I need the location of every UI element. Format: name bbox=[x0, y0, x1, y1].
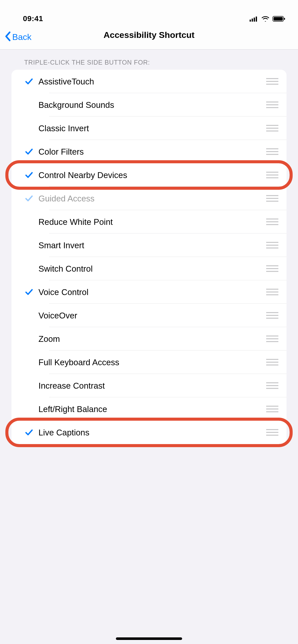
reorder-handle-icon[interactable] bbox=[265, 147, 280, 156]
reorder-handle-icon[interactable] bbox=[265, 217, 280, 227]
wifi-icon bbox=[261, 16, 269, 23]
list-item[interactable]: Zoom bbox=[11, 327, 287, 350]
list-item[interactable]: Classic Invert bbox=[11, 116, 287, 140]
checkmark-icon bbox=[25, 428, 33, 437]
status-time: 09:41 bbox=[23, 14, 43, 23]
reorder-handle-icon[interactable] bbox=[265, 264, 280, 273]
list-item-label: Live Captions bbox=[36, 427, 265, 437]
svg-rect-6 bbox=[284, 18, 285, 20]
battery-icon bbox=[273, 16, 285, 23]
list-item-label: Increase Contrast bbox=[36, 380, 265, 391]
list-item-label: Control Nearby Devices bbox=[36, 170, 265, 180]
reorder-handle-icon[interactable] bbox=[265, 77, 280, 86]
list-item[interactable]: Voice Control bbox=[11, 280, 287, 304]
reorder-handle-icon[interactable] bbox=[265, 334, 280, 344]
status-indicators bbox=[250, 16, 285, 23]
list-item-label: VoiceOver bbox=[36, 310, 265, 320]
check-slot bbox=[22, 147, 36, 156]
check-slot bbox=[22, 77, 36, 86]
reorder-handle-icon[interactable] bbox=[265, 311, 280, 320]
check-slot bbox=[22, 428, 36, 437]
reorder-handle-icon[interactable] bbox=[265, 404, 280, 414]
list-item[interactable]: Left/Right Balance bbox=[11, 397, 287, 421]
list-item[interactable]: Guided Access bbox=[11, 187, 287, 210]
list-item-label: Smart Invert bbox=[36, 240, 265, 250]
reorder-handle-icon[interactable] bbox=[265, 100, 280, 110]
svg-rect-1 bbox=[252, 19, 253, 22]
chevron-left-icon bbox=[5, 31, 11, 43]
section-header: Triple-click the side button for: bbox=[0, 50, 298, 70]
svg-rect-5 bbox=[274, 17, 283, 21]
accessibility-options-list: AssistiveTouchBackground SoundsClassic I… bbox=[11, 70, 287, 444]
list-item-label: Zoom bbox=[36, 334, 265, 344]
list-item-label: Left/Right Balance bbox=[36, 404, 265, 414]
list-item[interactable]: Background Sounds bbox=[11, 93, 287, 116]
list-item[interactable]: VoiceOver bbox=[11, 304, 287, 327]
list-item[interactable]: Switch Control bbox=[11, 257, 287, 280]
back-label: Back bbox=[12, 32, 32, 42]
cellular-icon bbox=[250, 16, 258, 23]
nav-header: Back Accessibility Shortcut bbox=[0, 25, 298, 50]
svg-rect-2 bbox=[254, 18, 255, 22]
status-bar: 09:41 bbox=[0, 0, 298, 25]
list-item[interactable]: Control Nearby Devices bbox=[11, 163, 287, 187]
reorder-handle-icon[interactable] bbox=[265, 428, 280, 437]
list-item-label: Voice Control bbox=[36, 287, 265, 297]
reorder-handle-icon[interactable] bbox=[265, 240, 280, 250]
list-item-label: Guided Access bbox=[36, 193, 265, 203]
checkmark-icon bbox=[25, 288, 33, 296]
reorder-handle-icon[interactable] bbox=[265, 287, 280, 297]
check-slot bbox=[22, 194, 36, 203]
list-item-label: Color Filters bbox=[36, 147, 265, 157]
check-slot bbox=[22, 288, 36, 296]
reorder-handle-icon[interactable] bbox=[265, 194, 280, 203]
list-item[interactable]: Live Captions bbox=[11, 421, 287, 444]
checkmark-icon bbox=[25, 77, 33, 86]
home-indicator bbox=[116, 637, 182, 640]
checkmark-icon bbox=[25, 194, 33, 203]
check-slot bbox=[22, 171, 36, 179]
back-button[interactable]: Back bbox=[0, 31, 32, 43]
list-item-label: Reduce White Point bbox=[36, 217, 265, 227]
list-item[interactable]: Reduce White Point bbox=[11, 210, 287, 233]
list-item-label: Classic Invert bbox=[36, 123, 265, 133]
list-item-label: Full Keyboard Access bbox=[36, 357, 265, 367]
page-title: Accessibility Shortcut bbox=[103, 30, 194, 40]
checkmark-icon bbox=[25, 147, 33, 156]
list-item[interactable]: Color Filters bbox=[11, 140, 287, 163]
checkmark-icon bbox=[25, 171, 33, 179]
reorder-handle-icon[interactable] bbox=[265, 381, 280, 390]
list-item[interactable]: Full Keyboard Access bbox=[11, 350, 287, 374]
list-item-label: Background Sounds bbox=[36, 100, 265, 110]
list-item[interactable]: Increase Contrast bbox=[11, 374, 287, 397]
list-item-label: Switch Control bbox=[36, 264, 265, 274]
svg-rect-3 bbox=[256, 17, 257, 22]
reorder-handle-icon[interactable] bbox=[265, 123, 280, 133]
list-item-label: AssistiveTouch bbox=[36, 76, 265, 86]
svg-rect-0 bbox=[250, 20, 251, 22]
list-item[interactable]: Smart Invert bbox=[11, 233, 287, 257]
reorder-handle-icon[interactable] bbox=[265, 357, 280, 367]
list-item[interactable]: AssistiveTouch bbox=[11, 70, 287, 93]
reorder-handle-icon[interactable] bbox=[265, 170, 280, 180]
